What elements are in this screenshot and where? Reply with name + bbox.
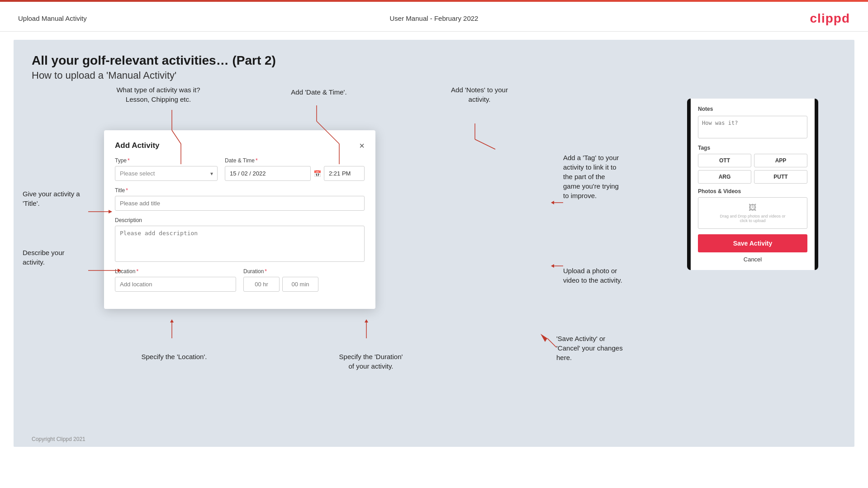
type-label: Type* <box>115 157 218 164</box>
type-datetime-row: Type* Please select ▾ Date & Time* 📅 <box>115 157 365 181</box>
type-group: Type* Please select ▾ <box>115 157 218 181</box>
duration-min-input[interactable] <box>282 277 318 292</box>
annotation-activity-type: What type of activity was it? Lesson, Ch… <box>113 85 204 104</box>
save-activity-button[interactable]: Save Activity <box>698 234 807 252</box>
type-select[interactable]: Please select <box>115 166 218 181</box>
manual-title: User Manual - February 2022 <box>390 14 479 22</box>
notes-input[interactable] <box>698 116 807 138</box>
description-input[interactable] <box>115 226 365 262</box>
annotation-notes: Add 'Notes' to your activity. <box>434 85 525 104</box>
calendar-icon[interactable]: 📅 <box>313 170 321 177</box>
datetime-label: Date & Time* <box>225 157 365 164</box>
tags-grid: OTT APP ARG PUTT <box>698 154 807 184</box>
title-input[interactable] <box>115 196 365 211</box>
svg-marker-19 <box>541 334 547 342</box>
main-content: All your golf-relevant activities… (Part… <box>14 40 854 447</box>
photos-dropzone[interactable]: 🖼 Drag and Drop photos and videos or cli… <box>698 197 807 229</box>
svg-line-13 <box>475 139 495 149</box>
logo: clippd <box>810 11 850 26</box>
photo-icon: 🖼 <box>749 203 757 213</box>
title-group: Title* <box>115 187 365 211</box>
photos-label: Photos & Videos <box>698 188 807 194</box>
annotation-datetime: Add 'Date & Time'. <box>280 87 357 97</box>
photos-section: Photos & Videos 🖼 Drag and Drop photos a… <box>698 188 807 229</box>
svg-marker-17 <box>551 264 554 268</box>
location-input[interactable] <box>115 277 236 292</box>
annotation-describe: Describe your activity. <box>23 248 90 267</box>
top-bar: Upload Manual Activity User Manual - Feb… <box>0 0 868 32</box>
duration-inputs <box>243 277 365 292</box>
annotation-tag: Add a 'Tag' to your activity to link it … <box>563 153 663 200</box>
svg-line-18 <box>547 338 556 347</box>
svg-marker-15 <box>551 201 554 204</box>
datetime-group: Date & Time* 📅 <box>225 157 365 181</box>
dialog-title: Add Activity <box>115 141 160 150</box>
location-duration-row: Location* Duration* <box>115 268 365 292</box>
title-label: Title* <box>115 187 365 194</box>
svg-marker-11 <box>365 319 368 322</box>
duration-group: Duration* <box>243 268 365 292</box>
description-label: Description <box>115 217 365 223</box>
tag-arg[interactable]: ARG <box>698 170 751 184</box>
photos-text: Drag and Drop photos and videos or click… <box>720 214 785 223</box>
copyright: Copyright Clippd 2021 <box>32 436 85 442</box>
description-group: Description <box>115 217 365 262</box>
page-heading: All your golf-relevant activities… (Part… <box>32 53 836 68</box>
annotation-location: Specify the 'Location'. <box>133 352 215 361</box>
time-input[interactable] <box>324 166 365 181</box>
dialog-header: Add Activity × <box>115 141 365 150</box>
duration-label: Duration* <box>243 268 365 275</box>
location-label: Location* <box>115 268 236 275</box>
page-title: Upload Manual Activity <box>18 14 87 22</box>
notes-label: Notes <box>698 106 807 112</box>
tag-app[interactable]: APP <box>754 154 807 167</box>
datetime-input-group: 📅 <box>225 166 365 181</box>
location-group: Location* <box>115 268 236 292</box>
duration-hr-input[interactable] <box>243 277 280 292</box>
close-button[interactable]: × <box>359 141 365 150</box>
type-select-wrapper: Please select ▾ <box>115 166 218 181</box>
svg-marker-9 <box>170 319 174 322</box>
annotation-title: Give your activity a 'Title'. <box>23 189 90 208</box>
phone-panel: Notes Tags OTT APP ARG PUTT Photos & Vid… <box>687 99 818 270</box>
page-subheading: How to upload a 'Manual Activity' <box>32 70 836 81</box>
annotation-save-cancel: 'Save Activity' or 'Cancel' your changes… <box>556 334 660 362</box>
add-activity-dialog: Add Activity × Type* Please select ▾ Dat… <box>104 130 375 309</box>
tag-putt[interactable]: PUTT <box>754 170 807 184</box>
tags-section: Tags OTT APP ARG PUTT <box>698 145 807 184</box>
annotation-photo: Upload a photo or video to the activity. <box>563 266 658 285</box>
annotation-duration: Specify the 'Duration' of your activity. <box>321 352 421 371</box>
tag-ott[interactable]: OTT <box>698 154 751 167</box>
date-input[interactable] <box>225 166 311 181</box>
cancel-button[interactable]: Cancel <box>744 256 762 263</box>
tags-label: Tags <box>698 145 807 151</box>
